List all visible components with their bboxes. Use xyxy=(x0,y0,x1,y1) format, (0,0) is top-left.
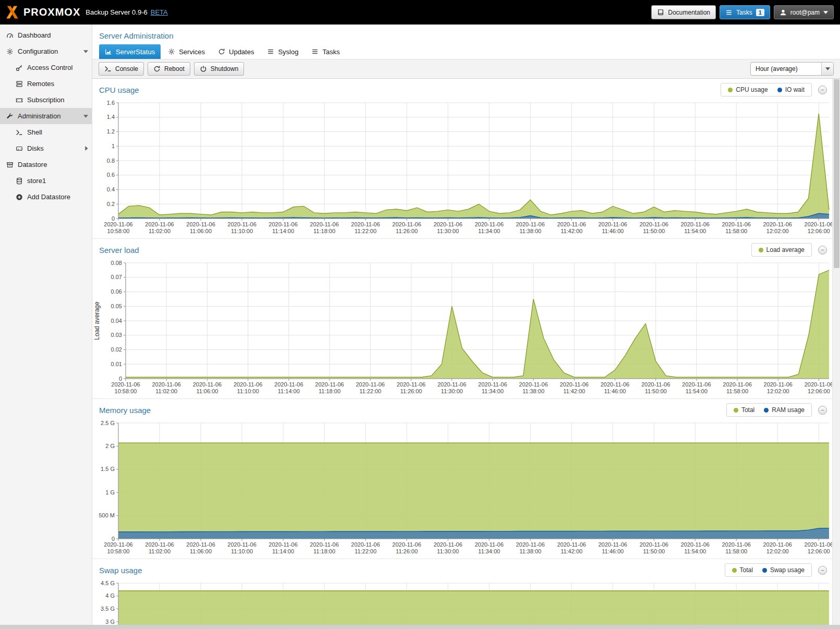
gears-icon xyxy=(168,48,175,55)
svg-text:Load average: Load average xyxy=(93,301,101,340)
svg-text:2020-11-06: 2020-11-06 xyxy=(516,541,544,548)
toolbar: ConsoleRebootShutdown Hour (average) xyxy=(92,59,840,79)
legend-item-io-wait[interactable]: IO wait xyxy=(777,86,805,93)
svg-text:12:02:00: 12:02:00 xyxy=(766,228,789,234)
svg-text:11:46:00: 11:46:00 xyxy=(602,548,624,554)
svg-text:11:42:00: 11:42:00 xyxy=(563,388,585,394)
tab-serverstatus[interactable]: ServerStatus xyxy=(99,44,161,59)
legend-item-cpu-usage[interactable]: CPU usage xyxy=(728,86,768,93)
svg-text:2020-11-06: 2020-11-06 xyxy=(763,541,792,548)
database-icon xyxy=(15,177,23,185)
chart-cpu: 00.20.40.60.811.21.41.62020-11-0610:58:0… xyxy=(92,100,832,236)
console-button[interactable]: Console xyxy=(99,62,144,76)
reboot-button[interactable]: Reboot xyxy=(148,62,190,76)
ticket-icon xyxy=(15,96,23,104)
svg-text:2020-11-06: 2020-11-06 xyxy=(315,381,344,388)
svg-text:2020-11-06: 2020-11-06 xyxy=(805,541,832,548)
svg-text:2020-11-06: 2020-11-06 xyxy=(193,381,222,388)
legend-item-ram-usage[interactable]: RAM usage xyxy=(764,406,805,414)
svg-text:1.2: 1.2 xyxy=(107,128,115,135)
svg-text:12:02:00: 12:02:00 xyxy=(766,548,789,554)
timeframe-select[interactable]: Hour (average) xyxy=(750,62,834,76)
documentation-button[interactable]: Documentation xyxy=(651,5,716,19)
svg-text:11:14:00: 11:14:00 xyxy=(272,228,294,234)
svg-text:11:06:00: 11:06:00 xyxy=(190,228,212,234)
tab-tasks[interactable]: Tasks xyxy=(306,44,345,59)
svg-text:2020-11-06: 2020-11-06 xyxy=(145,221,174,227)
sidebar-item-remotes[interactable]: Remotes xyxy=(0,76,92,92)
sidebar-item-subscription[interactable]: Subscription xyxy=(0,92,92,108)
tab-syslog[interactable]: Syslog xyxy=(261,44,304,59)
page-title: Server Administration xyxy=(92,25,840,43)
svg-text:11:30:00: 11:30:00 xyxy=(437,228,459,234)
svg-text:11:06:00: 11:06:00 xyxy=(196,388,218,394)
svg-text:2020-11-06: 2020-11-06 xyxy=(598,221,627,227)
tab-services[interactable]: Services xyxy=(162,44,211,59)
svg-text:2020-11-06: 2020-11-06 xyxy=(111,381,140,388)
svg-text:11:54:00: 11:54:00 xyxy=(684,548,706,554)
collapse-tool[interactable]: − xyxy=(818,566,827,575)
collapse-tool[interactable]: − xyxy=(818,406,827,415)
legend-item-total[interactable]: Total xyxy=(732,566,753,574)
legend-dot xyxy=(759,248,763,252)
tasks-badge: 1 xyxy=(756,9,764,16)
svg-text:0.8: 0.8 xyxy=(107,158,115,164)
svg-text:11:50:00: 11:50:00 xyxy=(643,548,665,554)
sidebar-item-access-control[interactable]: Access Control xyxy=(0,59,92,76)
svg-text:2020-11-06: 2020-11-06 xyxy=(186,541,215,548)
user-menu-button[interactable]: root@pam xyxy=(774,5,834,19)
tasklist-icon xyxy=(725,9,733,16)
gauge-icon xyxy=(5,32,14,39)
chart-title: Server load xyxy=(99,246,751,255)
sidebar-item-disks[interactable]: Disks xyxy=(0,140,92,156)
svg-text:11:42:00: 11:42:00 xyxy=(561,548,582,554)
svg-text:12:02:00: 12:02:00 xyxy=(767,388,789,394)
user-label: root@pam xyxy=(790,9,820,16)
sidebar-item-dashboard[interactable]: Dashboard xyxy=(0,27,92,43)
svg-text:2020-11-06: 2020-11-06 xyxy=(269,541,297,548)
legend-dot xyxy=(777,88,782,92)
chart-header-load: Server loadLoad average− xyxy=(92,240,832,260)
tasks-label: Tasks xyxy=(736,9,752,16)
svg-text:10:58:00: 10:58:00 xyxy=(107,228,130,234)
sidebar-item-store1[interactable]: store1 xyxy=(0,173,92,189)
sidebar-item-add-datastore[interactable]: Add Datastore xyxy=(0,189,92,205)
shutdown-button[interactable]: Shutdown xyxy=(194,62,244,76)
legend-label: Total xyxy=(741,406,754,414)
legend-item-load-average[interactable]: Load average xyxy=(759,246,805,253)
svg-text:11:18:00: 11:18:00 xyxy=(319,388,340,394)
combo-trigger[interactable] xyxy=(821,63,833,75)
sidebar-item-datastore[interactable]: Datastore xyxy=(0,156,92,173)
svg-text:2020-11-06: 2020-11-06 xyxy=(152,381,180,388)
legend-item-total[interactable]: Total xyxy=(734,406,754,414)
refresh-icon xyxy=(153,65,161,72)
sidebar-item-label: Dashboard xyxy=(18,31,51,39)
tasks-button[interactable]: Tasks 1 xyxy=(720,5,770,19)
chart-panel-swap: Swap usageTotalSwap usage−0500 M1 G1.5 G… xyxy=(92,559,832,625)
caret-right-icon xyxy=(85,146,88,151)
legend-label: Total xyxy=(740,566,753,574)
svg-text:2020-11-06: 2020-11-06 xyxy=(763,221,792,227)
chart-header-cpu: CPU usageCPU usageIO wait− xyxy=(92,80,832,100)
documentation-label: Documentation xyxy=(668,9,710,16)
vertical-scrollbar[interactable] xyxy=(832,79,840,625)
sidebar-item-label: store1 xyxy=(27,177,46,185)
brand-name: PROXMOX xyxy=(23,6,80,18)
chart-title: Memory usage xyxy=(99,406,726,415)
svg-text:0.6: 0.6 xyxy=(107,172,115,178)
svg-text:2020-11-06: 2020-11-06 xyxy=(560,381,589,388)
sidebar-item-administration[interactable]: Administration xyxy=(0,108,92,124)
sidebar-item-configuration[interactable]: Configuration xyxy=(0,43,92,59)
tab-updates[interactable]: Updates xyxy=(212,44,260,59)
scrollbar-thumb[interactable] xyxy=(834,79,839,268)
beta-link[interactable]: BETA xyxy=(151,8,168,16)
svg-text:11:22:00: 11:22:00 xyxy=(355,548,376,554)
svg-text:4.5 G: 4.5 G xyxy=(101,580,115,586)
sidebar-item-label: Access Control xyxy=(27,64,72,71)
collapse-tool[interactable]: − xyxy=(818,246,827,255)
sidebar-item-shell[interactable]: Shell xyxy=(0,124,92,140)
legend-item-swap-usage[interactable]: Swap usage xyxy=(762,566,805,574)
brand: PROXMOX Backup Server 0.9-6 BETA xyxy=(5,5,168,19)
svg-text:2020-11-06: 2020-11-06 xyxy=(227,221,256,227)
collapse-tool[interactable]: − xyxy=(818,86,827,94)
